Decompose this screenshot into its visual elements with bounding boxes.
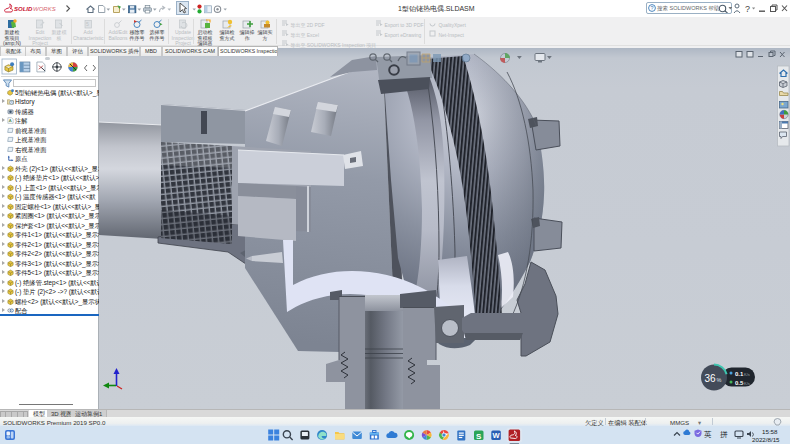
svg-text:?: ? [650,5,653,11]
svg-text:K/s: K/s [744,381,750,386]
svg-text:15:58: 15:58 [762,428,778,435]
svg-text:W: W [493,431,501,440]
svg-text:K/s: K/s [744,372,750,377]
svg-text:0.1: 0.1 [735,371,744,377]
svg-text:WORKS: WORKS [33,6,56,12]
svg-text:拼: 拼 [720,430,728,439]
svg-text:0.5: 0.5 [735,380,744,386]
svg-text:SOLID: SOLID [14,6,33,12]
svg-text:5: 5 [86,21,89,27]
svg-text:%: % [717,377,722,383]
svg-text:?: ? [745,4,750,14]
svg-text:2022/8/15: 2022/8/15 [752,436,780,443]
svg-text:S: S [476,432,482,441]
svg-text:英: 英 [704,430,712,439]
svg-text:36: 36 [705,373,717,384]
